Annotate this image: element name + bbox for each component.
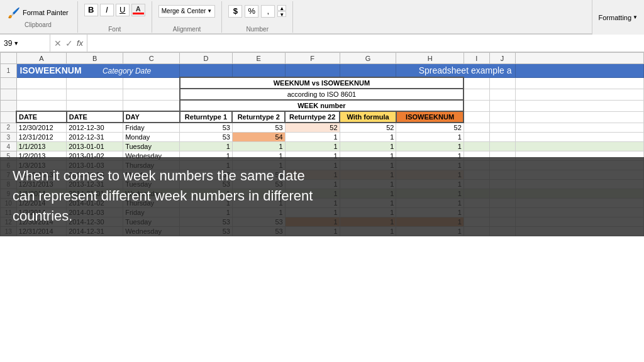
col-header-D[interactable]: D xyxy=(180,53,233,64)
cell-F-r1[interactable]: 52 xyxy=(285,123,340,133)
font-group: B I U A Font xyxy=(78,1,152,33)
row-num-wn xyxy=(1,100,17,111)
cell-H-r3[interactable]: 1 xyxy=(396,142,464,151)
col-header-F[interactable]: F xyxy=(285,53,340,64)
col-J-label xyxy=(489,111,515,123)
fx-icon[interactable]: fx xyxy=(77,38,83,48)
cell-I-wn xyxy=(464,100,489,111)
row-num-sh xyxy=(1,89,17,100)
cell-A1[interactable]: ISOWEEKNUM Category Date xyxy=(16,64,180,78)
cell-J-r2 xyxy=(489,133,515,142)
cell-C-r1[interactable]: Friday xyxy=(123,123,180,133)
cell-E1[interactable] xyxy=(232,64,285,78)
bold-button[interactable]: B xyxy=(84,4,98,16)
cell-I-mh xyxy=(464,77,489,89)
iso-subheader-label: according to ISO 8601 xyxy=(287,90,356,98)
cell-B-r1[interactable]: 2012-12-30 xyxy=(67,123,123,133)
cell-G-r1[interactable]: 52 xyxy=(340,123,396,133)
cell-A-sh xyxy=(16,89,67,100)
col-header-B[interactable]: B xyxy=(67,53,123,64)
formula-bar: 39 ▼ ✕ ✓ fx xyxy=(0,35,644,52)
col-header-E[interactable]: E xyxy=(232,53,285,64)
comma-button[interactable]: , xyxy=(261,5,275,18)
cell-rest-sh xyxy=(515,89,643,100)
cell-A-r2[interactable]: 12/31/2012 xyxy=(16,133,67,142)
cell-D-r3[interactable]: 1 xyxy=(180,142,233,151)
merge-center-label: Merge & Center xyxy=(162,8,206,14)
col-header-J[interactable]: J xyxy=(489,53,515,64)
merge-center-button[interactable]: Merge & Center ▼ xyxy=(158,5,216,18)
example-title: Spreadsheet example a xyxy=(419,65,512,75)
col-header-I[interactable]: I xyxy=(464,53,489,64)
week-number-label: WEEK number xyxy=(297,102,345,109)
cell-B-mh xyxy=(67,77,123,89)
confirm-formula-icon[interactable]: ✓ xyxy=(65,38,73,48)
dollar-button[interactable]: $ xyxy=(228,5,242,18)
cell-I-r1 xyxy=(464,123,489,133)
cell-C-r2[interactable]: Monday xyxy=(123,133,180,142)
cell-H-r2[interactable]: 1 xyxy=(396,133,464,142)
cell-rest-1 xyxy=(515,64,643,78)
weeknum-vs-iso-label: WEEKNUM vs ISOWEEKNUM xyxy=(274,79,370,87)
col-H-label: ISOWEEKNUM xyxy=(396,111,464,123)
row-num-1: 1 xyxy=(1,64,17,78)
cell-G1[interactable] xyxy=(340,64,396,78)
cell-E-r1[interactable]: 53 xyxy=(232,123,285,133)
cell-D-r2[interactable]: 53 xyxy=(180,133,233,142)
cell-D-wn: WEEK number xyxy=(180,100,464,111)
cell-H-r1[interactable]: 52 xyxy=(396,123,464,133)
caption-text: When it comes to week numbers the same d… xyxy=(13,168,313,224)
row-num-header xyxy=(1,53,17,64)
cell-F-r2[interactable]: 1 xyxy=(285,133,340,142)
toolbar: 🖌️ Format Painter Clipboard B I U A Font… xyxy=(0,0,644,35)
cell-D-sh: according to ISO 8601 xyxy=(180,89,464,100)
percent-button[interactable]: % xyxy=(245,5,258,18)
cell-D-mh: WEEKNUM vs ISOWEEKNUM xyxy=(180,77,464,89)
format-painter-label: Format Painter xyxy=(23,9,69,16)
data-row-1: 2 12/30/2012 2012-12-30 Friday 53 53 52 … xyxy=(1,123,644,133)
underline-button[interactable]: U xyxy=(116,4,130,16)
row-num-r1: 2 xyxy=(1,123,17,133)
cell-H1[interactable]: Spreadsheet example a xyxy=(396,64,515,78)
col-header-C[interactable]: C xyxy=(123,53,180,64)
cell-A-r3[interactable]: 1/1/2013 xyxy=(16,142,67,151)
font-color-underline: A xyxy=(131,4,145,16)
format-painter-icon: 🖌️ xyxy=(8,7,20,19)
format-painter-button[interactable]: 🖌️ Format Painter xyxy=(5,6,71,20)
row-num-cl xyxy=(1,111,17,123)
cell-reference-box[interactable]: 39 ▼ xyxy=(0,35,50,52)
cell-D1[interactable] xyxy=(180,64,233,78)
alignment-buttons: Merge & Center ▼ xyxy=(158,5,216,18)
cell-B-r2[interactable]: 2012-12-31 xyxy=(67,133,123,142)
iso-subheader-row: according to ISO 8601 xyxy=(1,89,644,100)
cell-C-sh xyxy=(123,89,180,100)
cell-G-r3[interactable]: 1 xyxy=(340,142,396,151)
col-header-rest xyxy=(515,53,643,64)
cell-rest-r1 xyxy=(515,123,643,133)
cell-D-r1[interactable]: 53 xyxy=(180,123,233,133)
italic-button[interactable]: I xyxy=(100,4,114,16)
cell-F1[interactable] xyxy=(285,64,340,78)
cell-ref-dropdown-icon[interactable]: ▼ xyxy=(13,40,19,47)
col-header-G[interactable]: G xyxy=(340,53,396,64)
col-header-A[interactable]: A xyxy=(16,53,67,64)
cell-F-r3[interactable]: 1 xyxy=(285,142,340,151)
cell-A-r1[interactable]: 12/30/2012 xyxy=(16,123,67,133)
alignment-label: Alignment xyxy=(158,26,216,33)
cancel-formula-icon[interactable]: ✕ xyxy=(54,38,62,48)
decrease-decimal-button[interactable]: ▼ xyxy=(277,11,286,17)
col-header-H[interactable]: H xyxy=(396,53,464,64)
formatting-button[interactable]: Formatting ▼ xyxy=(592,0,645,35)
increase-decimal-button[interactable]: ▲ xyxy=(277,5,286,11)
col-label-row: DATE DATE DAY Returntype 1 Returntype 2 … xyxy=(1,111,644,123)
cell-E-r2[interactable]: 54 xyxy=(232,133,285,142)
data-row-2: 3 12/31/2012 2012-12-31 Monday 53 54 1 1… xyxy=(1,133,644,142)
cell-E-r3[interactable]: 1 xyxy=(232,142,285,151)
cell-G-r2[interactable]: 1 xyxy=(340,133,396,142)
formula-input[interactable] xyxy=(87,35,644,52)
cell-C-wn xyxy=(123,100,180,111)
cell-B-r3[interactable]: 2013-01-01 xyxy=(67,142,123,151)
cell-C-r3[interactable]: Tuesday xyxy=(123,142,180,151)
col-rest-label xyxy=(515,111,643,123)
cell-C-mh xyxy=(123,77,180,89)
